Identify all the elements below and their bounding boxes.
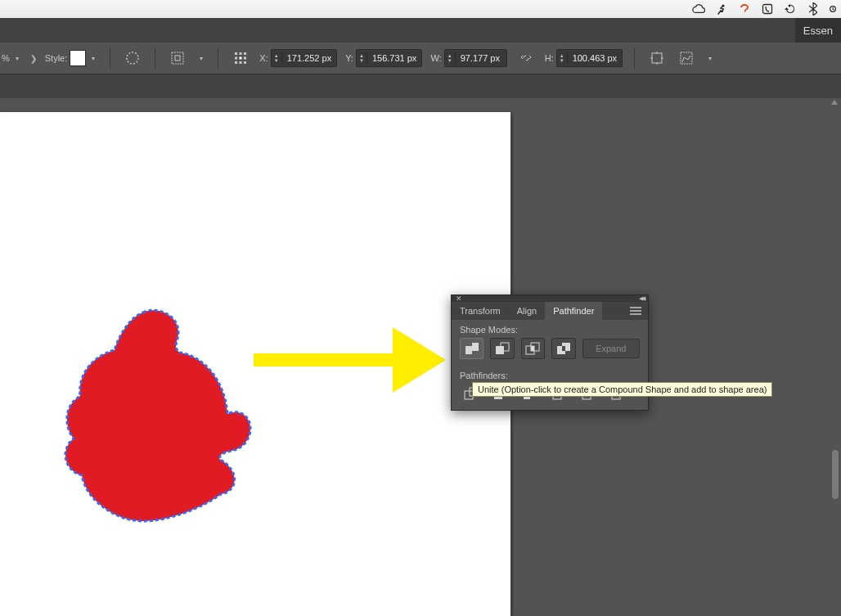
snagit-icon[interactable]	[738, 2, 751, 16]
document-tabstrip	[0, 74, 841, 100]
canvas-zone	[0, 98, 514, 616]
workspace-label: Essen	[803, 25, 833, 37]
stepper-icon[interactable]: ▲▼	[357, 52, 367, 64]
bluetooth-icon[interactable]	[807, 2, 820, 16]
svg-rect-8	[244, 52, 246, 55]
svg-rect-9	[235, 57, 237, 60]
shape-modes-label: Shape Modes:	[452, 320, 648, 336]
exclude-button[interactable]	[551, 338, 575, 359]
shape-modes-row: Expand	[452, 336, 648, 366]
unite-button[interactable]	[460, 338, 483, 359]
separator	[634, 47, 635, 69]
workspace-switcher[interactable]: Essen	[795, 18, 841, 43]
separator	[155, 47, 155, 69]
panel-tabs: Transform Align Pathfinder	[452, 302, 648, 320]
w-value: 97.177 px	[456, 53, 506, 63]
svg-rect-14	[244, 61, 246, 64]
y-field: Y: ▲▼ 156.731 px	[345, 49, 422, 67]
h-input[interactable]: ▲▼ 100.463 px	[556, 49, 623, 67]
isolate-icon[interactable]	[646, 47, 668, 69]
style-field: Style: ▾	[45, 50, 99, 66]
stepper-icon[interactable]: ▲▼	[272, 52, 282, 64]
svg-rect-11	[244, 57, 246, 60]
svg-rect-17	[496, 346, 504, 354]
annotation-arrow	[254, 319, 450, 401]
svg-rect-21	[531, 346, 534, 351]
control-bar: % ▾ ❯ Style: ▾ ▾ X: ▲▼ 171.252 px Y: ▲▼ …	[0, 43, 841, 74]
align-to-icon[interactable]	[167, 47, 188, 69]
style-label: Style:	[45, 53, 68, 63]
time-machine-icon[interactable]	[784, 2, 797, 16]
stepper-icon[interactable]: ▲▼	[557, 52, 568, 64]
svg-rect-4	[172, 52, 183, 64]
chevron-right-icon[interactable]: ❯	[30, 54, 37, 63]
app-titlebar: Essen	[0, 18, 841, 43]
pct-suffix: %	[2, 53, 10, 63]
collapse-icon[interactable]: ◀◀	[639, 295, 644, 302]
separator	[218, 47, 218, 69]
tooltip: Unite (Option-click to create a Compound…	[472, 382, 772, 397]
svg-rect-10	[240, 57, 242, 60]
w-label: W:	[430, 53, 441, 63]
svg-rect-12	[235, 61, 237, 64]
evernote-icon[interactable]	[761, 2, 774, 16]
chevron-down-icon[interactable]: ▾	[88, 55, 98, 62]
tab-pathfinder[interactable]: Pathfinder	[545, 302, 602, 320]
pathfinders-label: Pathfinders:	[452, 366, 648, 382]
reference-point-icon[interactable]	[230, 47, 251, 69]
running-figure-icon[interactable]	[715, 2, 728, 16]
h-value: 100.463 px	[568, 53, 622, 63]
tab-transform[interactable]: Transform	[452, 302, 509, 320]
svg-rect-6	[235, 52, 237, 55]
h-field: H: ▲▼ 100.463 px	[545, 49, 623, 67]
svg-rect-7	[240, 52, 242, 55]
creative-cloud-icon[interactable]	[692, 2, 705, 16]
chevron-down-icon[interactable]: ▾	[12, 55, 22, 62]
svg-rect-13	[240, 61, 242, 64]
panel-menu-icon[interactable]	[623, 302, 648, 320]
y-input[interactable]: ▲▼ 156.731 px	[356, 49, 422, 67]
expand-button[interactable]: Expand	[582, 339, 640, 358]
clock-icon[interactable]	[830, 2, 836, 16]
intersect-button[interactable]	[521, 338, 545, 359]
x-field: X: ▲▼ 171.252 px	[259, 49, 337, 67]
w-input[interactable]: ▲▼ 97.177 px	[444, 49, 507, 67]
link-wh-icon[interactable]	[515, 47, 537, 69]
x-value: 171.252 px	[282, 53, 336, 63]
edit-mask-icon[interactable]	[676, 47, 697, 69]
panel-titlebar[interactable]: ✕ ◀◀	[452, 295, 648, 302]
chevron-down-icon[interactable]: ▾	[196, 55, 206, 62]
svg-rect-1	[763, 5, 772, 14]
style-swatch[interactable]	[70, 50, 86, 66]
y-label: Y:	[345, 53, 353, 63]
y-value: 156.731 px	[367, 53, 421, 63]
svg-point-3	[127, 52, 138, 64]
opacity-field: % ▾	[2, 53, 22, 63]
stepper-icon[interactable]: ▲▼	[445, 52, 456, 64]
x-input[interactable]: ▲▼ 171.252 px	[271, 49, 337, 67]
minus-front-button[interactable]	[490, 338, 514, 359]
x-label: X:	[259, 53, 268, 63]
selected-shape[interactable]	[57, 308, 262, 528]
tab-align[interactable]: Align	[509, 302, 545, 320]
svg-rect-15	[652, 53, 662, 63]
h-label: H:	[545, 53, 554, 63]
svg-rect-5	[175, 56, 180, 61]
recolor-artwork-icon[interactable]	[122, 47, 143, 69]
chevron-down-icon[interactable]: ▾	[705, 55, 715, 62]
separator	[110, 47, 110, 69]
document-area	[0, 98, 841, 616]
w-field: W: ▲▼ 97.177 px	[430, 49, 506, 67]
scroll-up-icon[interactable]	[830, 98, 839, 110]
macos-menubar	[0, 0, 841, 18]
scrollbar-thumb[interactable]	[832, 450, 839, 499]
